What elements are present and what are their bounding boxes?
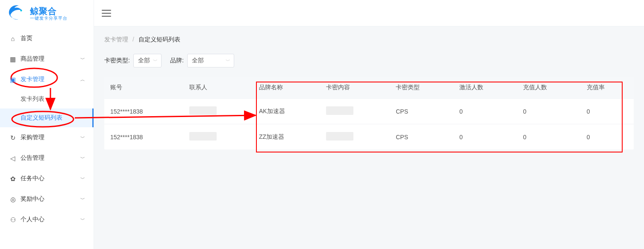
col-account[interactable]: 账号 <box>104 77 183 99</box>
breadcrumb-separator: / <box>132 36 134 43</box>
cell-card-content <box>320 124 390 150</box>
chevron-down-icon: ﹀ <box>80 56 85 62</box>
brand-name: 鲸聚合 <box>30 6 68 16</box>
card-icon: ▣ <box>9 76 16 83</box>
table-row[interactable]: 152****1838 ZZ加速器 CPS 0 0 0 <box>104 124 634 150</box>
sidebar-item-label: 发卡管理 <box>21 76 76 83</box>
gift-icon: ✿ <box>9 175 16 182</box>
col-rate[interactable]: 充值率 <box>581 77 634 99</box>
filter-brand-select[interactable]: 全部 ﹀ <box>187 54 234 67</box>
redacted-icon <box>189 132 217 141</box>
chevron-down-icon: ﹀ <box>80 176 85 182</box>
select-value: 全部 <box>138 57 150 64</box>
redacted-icon <box>189 106 217 115</box>
breadcrumb-current: 自定义短码列表 <box>138 36 180 43</box>
sidebar-item-label: 公告管理 <box>21 154 76 162</box>
sidebar-item-label: 商品管理 <box>21 55 76 63</box>
cell-brand-name: ZZ加速器 <box>253 124 320 150</box>
table-row[interactable]: 152****1838 AK加速器 CPS 0 0 0 <box>104 99 634 124</box>
sidebar-item-announce[interactable]: ◁ 公告管理 ﹀ <box>0 148 94 168</box>
sidebar-item-label: 自定义短码列表 <box>21 114 62 122</box>
svg-point-6 <box>20 10 22 12</box>
sidebar-item-purchase[interactable]: ↻ 采购管理 ﹀ <box>0 127 94 148</box>
sidebar-item-label: 发卡列表 <box>21 95 44 103</box>
sidebar-item-goods[interactable]: ▦ 商品管理 ﹀ <box>0 49 94 69</box>
sidebar-item-profile[interactable]: ⚇ 个人中心 ﹀ <box>0 209 94 230</box>
sidebar-item-label: 采购管理 <box>21 134 76 141</box>
cell-recharged: 0 <box>517 99 581 124</box>
grid-icon: ▦ <box>9 56 16 62</box>
app-logo[interactable]: 鲸聚合 一键发卡分享平台 <box>0 0 94 26</box>
breadcrumb: 发卡管理 / 自定义短码列表 <box>104 36 634 44</box>
filter-type-label: 卡密类型: <box>104 57 130 64</box>
col-contact[interactable]: 联系人 <box>183 77 253 99</box>
redacted-icon <box>326 132 353 141</box>
cell-rate: 0 <box>581 124 634 150</box>
col-recharged[interactable]: 充值人数 <box>517 77 581 99</box>
whale-icon <box>8 4 26 22</box>
sidebar-nav: ⌂ 首页 ▦ 商品管理 ﹀ ▣ 发卡管理 ︿ 发卡列表 自定义短码列表 <box>0 26 94 249</box>
filter-type-select[interactable]: 全部 ﹀ <box>133 54 162 67</box>
cell-contact <box>183 99 253 124</box>
sidebar-item-label: 奖励中心 <box>21 195 76 203</box>
cell-account: 152****1838 <box>104 99 183 124</box>
brand-tagline: 一键发卡分享平台 <box>30 16 68 21</box>
col-activated[interactable]: 激活人数 <box>453 77 517 99</box>
filter-bar: 卡密类型: 全部 ﹀ 品牌: 全部 ﹀ <box>104 54 634 67</box>
chevron-down-icon: ﹀ <box>80 155 85 161</box>
sidebar-item-card-mgmt[interactable]: ▣ 发卡管理 ︿ <box>0 69 94 90</box>
cell-rate: 0 <box>581 99 634 124</box>
chevron-down-icon: ﹀ <box>80 217 85 223</box>
refresh-icon: ↻ <box>9 134 16 141</box>
cell-card-content <box>320 99 390 124</box>
sidebar-item-rewards[interactable]: ◎ 奖励中心 ﹀ <box>0 189 94 209</box>
cell-contact <box>183 124 253 150</box>
user-icon: ⚇ <box>9 216 16 223</box>
chevron-down-icon: ﹀ <box>153 58 158 64</box>
filter-brand-label: 品牌: <box>170 57 184 64</box>
sidebar-toggle-button[interactable] <box>102 10 111 17</box>
col-brand-name[interactable]: 品牌名称 <box>253 77 320 99</box>
chevron-down-icon: ﹀ <box>80 196 85 202</box>
cell-activated: 0 <box>453 99 517 124</box>
cell-card-type: CPS <box>390 99 453 124</box>
cell-brand-name: AK加速器 <box>253 99 320 124</box>
sidebar-sub-card-mgmt: 发卡列表 自定义短码列表 <box>0 90 94 127</box>
sidebar-item-home[interactable]: ⌂ 首页 <box>0 28 94 49</box>
redacted-icon <box>326 106 353 115</box>
breadcrumb-parent[interactable]: 发卡管理 <box>104 36 128 43</box>
home-icon: ⌂ <box>9 35 16 42</box>
sidebar-sub-card-list[interactable]: 发卡列表 <box>0 90 94 108</box>
shortcode-table: 账号 联系人 品牌名称 卡密内容 卡密类型 激活人数 充值人数 充值率 152* <box>104 77 634 149</box>
col-card-content[interactable]: 卡密内容 <box>320 77 390 99</box>
cell-activated: 0 <box>453 124 517 150</box>
coin-icon: ◎ <box>9 196 16 202</box>
select-value: 全部 <box>192 57 204 64</box>
sidebar-item-label: 个人中心 <box>21 216 76 223</box>
sidebar-item-label: 首页 <box>21 35 85 42</box>
chevron-down-icon: ﹀ <box>80 135 85 141</box>
sidebar-item-tasks[interactable]: ✿ 任务中心 ﹀ <box>0 168 94 189</box>
megaphone-icon: ◁ <box>9 155 16 161</box>
sidebar-sub-shortcode-list[interactable]: 自定义短码列表 <box>0 108 94 127</box>
cell-account: 152****1838 <box>104 124 183 150</box>
chevron-down-icon: ﹀ <box>226 58 230 64</box>
cell-recharged: 0 <box>517 124 581 150</box>
topbar <box>94 0 644 26</box>
sidebar-item-label: 任务中心 <box>21 175 76 182</box>
col-card-type[interactable]: 卡密类型 <box>390 77 453 99</box>
chevron-up-icon: ︿ <box>80 76 85 83</box>
cell-card-type: CPS <box>390 124 453 150</box>
